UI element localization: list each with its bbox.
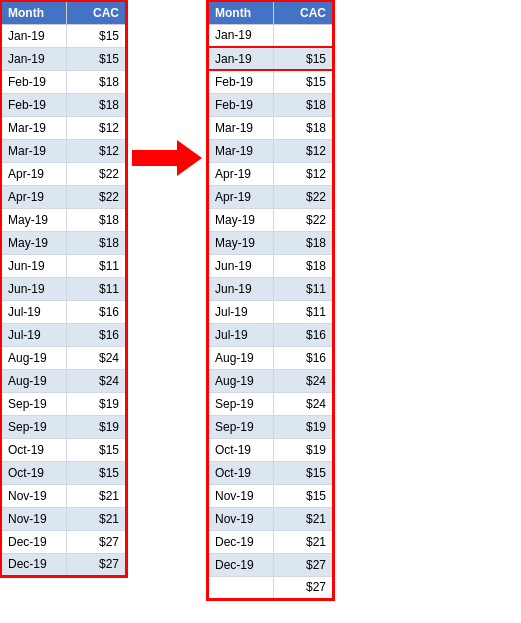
right-cell-cac: $21 — [273, 530, 333, 553]
right-cell-month: Jan-19 — [208, 24, 273, 47]
right-cell-cac: $24 — [273, 369, 333, 392]
left-cell-month: Oct-19 — [1, 438, 66, 461]
left-cell-cac: $15 — [66, 438, 126, 461]
left-cell-month: Mar-19 — [1, 116, 66, 139]
right-cell-cac: $16 — [273, 323, 333, 346]
left-cell-cac: $18 — [66, 93, 126, 116]
left-cell-cac: $24 — [66, 369, 126, 392]
right-cell-cac: $18 — [273, 116, 333, 139]
right-cell-cac: $18 — [273, 93, 333, 116]
right-cell-cac: $22 — [273, 185, 333, 208]
left-cell-cac: $21 — [66, 484, 126, 507]
right-cell-month: Aug-19 — [208, 346, 273, 369]
right-cell-month: Nov-19 — [208, 484, 273, 507]
right-cell-cac: $12 — [273, 139, 333, 162]
left-cell-cac: $15 — [66, 24, 126, 47]
right-cell-month: Dec-19 — [208, 530, 273, 553]
right-cell-cac — [273, 24, 333, 47]
right-cell-month: Sep-19 — [208, 392, 273, 415]
left-cell-month: Jan-19 — [1, 47, 66, 70]
right-cell-month: Oct-19 — [208, 461, 273, 484]
right-cell-month: May-19 — [208, 231, 273, 254]
right-cell-month: Mar-19 — [208, 139, 273, 162]
left-cell-month: Dec-19 — [1, 553, 66, 576]
left-cell-month: Sep-19 — [1, 415, 66, 438]
right-cell-month: Mar-19 — [208, 116, 273, 139]
left-cell-cac: $21 — [66, 507, 126, 530]
left-cell-cac: $12 — [66, 139, 126, 162]
left-header-cac: CAC — [66, 1, 126, 24]
left-cell-cac: $16 — [66, 323, 126, 346]
left-cell-month: Apr-19 — [1, 162, 66, 185]
left-cell-month: Mar-19 — [1, 139, 66, 162]
left-cell-cac: $19 — [66, 415, 126, 438]
right-cell-cac: $24 — [273, 392, 333, 415]
left-cell-cac: $18 — [66, 208, 126, 231]
left-cell-cac: $18 — [66, 70, 126, 93]
left-header-month: Month — [1, 1, 66, 24]
right-cell-cac: $19 — [273, 438, 333, 461]
left-cell-cac: $22 — [66, 185, 126, 208]
left-cell-month: May-19 — [1, 208, 66, 231]
right-cell-cac: $27 — [273, 553, 333, 576]
left-cell-cac: $15 — [66, 47, 126, 70]
right-cell-cac: $12 — [273, 162, 333, 185]
left-cell-cac: $12 — [66, 116, 126, 139]
right-cell-month: Jul-19 — [208, 323, 273, 346]
right-arrow-icon — [132, 138, 202, 178]
right-cell-cac: $15 — [273, 484, 333, 507]
right-cell-month: Sep-19 — [208, 415, 273, 438]
right-cell-month: Jun-19 — [208, 277, 273, 300]
left-cell-cac: $22 — [66, 162, 126, 185]
right-cell-month: Feb-19 — [208, 70, 273, 93]
right-cell-month: Dec-19 — [208, 553, 273, 576]
left-cell-month: Oct-19 — [1, 461, 66, 484]
left-cell-cac: $27 — [66, 553, 126, 576]
left-cell-month: Jul-19 — [1, 323, 66, 346]
right-header-cac: CAC — [273, 1, 333, 24]
right-header-month: Month — [208, 1, 273, 24]
right-cell-cac: $16 — [273, 346, 333, 369]
left-cell-cac: $18 — [66, 231, 126, 254]
right-cell-month: Nov-19 — [208, 507, 273, 530]
right-cell-month: Apr-19 — [208, 162, 273, 185]
left-table-container: Month CAC Jan-19$15Jan-19$15Feb-19$18Feb… — [0, 0, 127, 577]
right-cell-cac: $19 — [273, 415, 333, 438]
right-cell-cac: $15 — [273, 47, 333, 70]
left-cell-month: Aug-19 — [1, 346, 66, 369]
left-cell-cac: $19 — [66, 392, 126, 415]
left-table: Month CAC Jan-19$15Jan-19$15Feb-19$18Feb… — [0, 0, 127, 577]
left-cell-cac: $11 — [66, 277, 126, 300]
left-cell-cac: $16 — [66, 300, 126, 323]
left-cell-month: May-19 — [1, 231, 66, 254]
left-cell-cac: $11 — [66, 254, 126, 277]
right-table: Month CAC Jan-19Jan-19$15Feb-19$15Feb-19… — [207, 0, 334, 600]
svg-marker-0 — [132, 140, 202, 176]
left-cell-month: Jan-19 — [1, 24, 66, 47]
left-cell-month: Aug-19 — [1, 369, 66, 392]
left-cell-month: Jun-19 — [1, 254, 66, 277]
right-cell-cac: $15 — [273, 70, 333, 93]
page-wrapper: Month CAC Jan-19$15Jan-19$15Feb-19$18Feb… — [0, 0, 521, 600]
right-cell-month: Apr-19 — [208, 185, 273, 208]
right-cell-cac: $21 — [273, 507, 333, 530]
right-cell-cac: $22 — [273, 208, 333, 231]
right-cell-month: Jul-19 — [208, 300, 273, 323]
right-cell-cac: $11 — [273, 300, 333, 323]
left-cell-month: Jul-19 — [1, 300, 66, 323]
right-cell-cac: $11 — [273, 277, 333, 300]
left-cell-month: Nov-19 — [1, 507, 66, 530]
right-cell-cac: $18 — [273, 254, 333, 277]
left-cell-month: Feb-19 — [1, 70, 66, 93]
right-table-container: Month CAC Jan-19Jan-19$15Feb-19$15Feb-19… — [207, 0, 334, 600]
left-cell-month: Jun-19 — [1, 277, 66, 300]
right-cell-month: Jan-19 — [208, 47, 273, 70]
left-cell-cac: $27 — [66, 530, 126, 553]
right-cell-cac: $15 — [273, 461, 333, 484]
right-cell-month — [208, 576, 273, 599]
right-cell-cac: $18 — [273, 231, 333, 254]
right-cell-month: Feb-19 — [208, 93, 273, 116]
left-cell-month: Apr-19 — [1, 185, 66, 208]
left-cell-cac: $24 — [66, 346, 126, 369]
right-cell-month: Oct-19 — [208, 438, 273, 461]
